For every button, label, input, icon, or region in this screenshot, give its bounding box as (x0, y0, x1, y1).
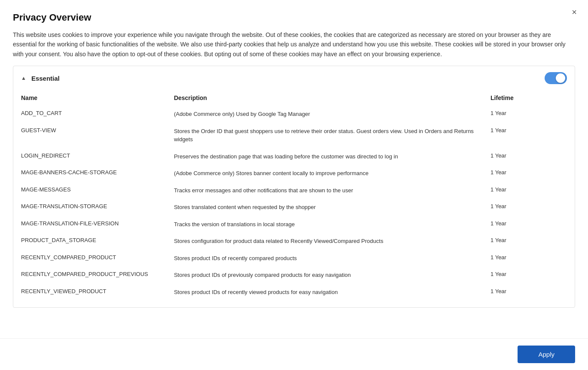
privacy-modal: × Privacy Overview This website uses coo… (0, 0, 588, 370)
cookie-name-cell: MAGE-TRANSLATION-STORAGE (21, 199, 174, 216)
col-header-description: Description (174, 90, 491, 106)
cookie-lifetime-cell: 1 Year (491, 123, 567, 148)
cookie-desc-cell: Tracks the version of translations in lo… (174, 216, 491, 233)
cookie-desc-cell: Stores translated content when requested… (174, 199, 491, 216)
chevron-up-icon: ▲ (21, 75, 26, 81)
modal-description: This website uses cookies to improve you… (13, 30, 575, 59)
cookie-name-cell: MAGE-TRANSLATION-FILE-VERSION (21, 216, 174, 233)
col-header-lifetime: Lifetime (491, 90, 567, 106)
cookie-desc-cell: Stores the Order ID that guest shoppers … (174, 123, 491, 148)
cookie-desc-cell: Stores product IDs of recently compared … (174, 250, 491, 267)
cookie-name-cell: LOGIN_REDIRECT (21, 148, 174, 165)
table-row: RECENTLY_VIEWED_PRODUCT Stores product I… (21, 284, 567, 301)
table-row: MAGE-TRANSLATION-STORAGE Stores translat… (21, 199, 567, 216)
cookie-desc-cell: (Adobe Commerce only) Used by Google Tag… (174, 106, 491, 123)
cookie-desc-cell: Stores product IDs of previously compare… (174, 267, 491, 284)
cookie-lifetime-cell: 1 Year (491, 182, 567, 199)
modal-body: ▲ Essential Name Description (0, 66, 588, 370)
table-row: MAGE-MESSAGES Tracks error messages and … (21, 182, 567, 199)
modal-overlay: × Privacy Overview This website uses coo… (0, 0, 588, 370)
col-header-name: Name (21, 90, 174, 106)
table-row: RECENTLY_COMPARED_PRODUCT Stores product… (21, 250, 567, 267)
cookie-desc-cell: (Adobe Commerce only) Stores banner cont… (174, 165, 491, 182)
cookie-desc-cell: Stores configuration for product data re… (174, 233, 491, 250)
modal-header: Privacy Overview This website uses cooki… (0, 0, 588, 66)
cookie-name-cell: MAGE-MESSAGES (21, 182, 174, 199)
table-row: LOGIN_REDIRECT Preserves the destination… (21, 148, 567, 165)
cookie-name-cell: RECENTLY_COMPARED_PRODUCT_PREVIOUS (21, 267, 174, 284)
cookie-name-cell: GUEST-VIEW (21, 123, 174, 148)
apply-button[interactable]: Apply (518, 346, 575, 363)
essential-section-title: Essential (31, 75, 60, 82)
essential-section: ▲ Essential Name Description (13, 66, 575, 308)
close-button[interactable]: × (568, 6, 580, 18)
section-header-left: ▲ Essential (21, 75, 60, 82)
essential-section-header[interactable]: ▲ Essential (13, 66, 575, 90)
table-row: MAGE-BANNERS-CACHE-STORAGE (Adobe Commer… (21, 165, 567, 182)
cookie-lifetime-cell: 1 Year (491, 284, 567, 301)
cookie-lifetime-cell: 1 Year (491, 148, 567, 165)
table-row: ADD_TO_CART (Adobe Commerce only) Used b… (21, 106, 567, 123)
table-row: PRODUCT_DATA_STORAGE Stores configuratio… (21, 233, 567, 250)
cookie-lifetime-cell: 1 Year (491, 106, 567, 123)
cookie-lifetime-cell: 1 Year (491, 267, 567, 284)
cookie-desc-cell: Tracks error messages and other notifica… (174, 182, 491, 199)
cookie-desc-cell: Preserves the destination page that was … (174, 148, 491, 165)
table-header-row: Name Description Lifetime (21, 90, 567, 106)
table-row: GUEST-VIEW Stores the Order ID that gues… (21, 123, 567, 148)
essential-cookie-table: Name Description Lifetime ADD_TO_CART (A… (13, 90, 575, 307)
modal-footer: Apply (0, 338, 588, 370)
cookie-name-cell: PRODUCT_DATA_STORAGE (21, 233, 174, 250)
cookie-name-cell: ADD_TO_CART (21, 106, 174, 123)
cookie-lifetime-cell: 1 Year (491, 250, 567, 267)
essential-toggle[interactable] (545, 72, 567, 84)
cookie-desc-cell: Stores product IDs of recently viewed pr… (174, 284, 491, 301)
cookie-lifetime-cell: 1 Year (491, 199, 567, 216)
table-row: MAGE-TRANSLATION-FILE-VERSION Tracks the… (21, 216, 567, 233)
essential-toggle-slider (545, 72, 567, 84)
cookie-name-cell: RECENTLY_COMPARED_PRODUCT (21, 250, 174, 267)
modal-title: Privacy Overview (13, 12, 575, 23)
cookie-lifetime-cell: 1 Year (491, 216, 567, 233)
cookie-lifetime-cell: 1 Year (491, 165, 567, 182)
cookie-lifetime-cell: 1 Year (491, 233, 567, 250)
cookie-name-cell: RECENTLY_VIEWED_PRODUCT (21, 284, 174, 301)
table-row: RECENTLY_COMPARED_PRODUCT_PREVIOUS Store… (21, 267, 567, 284)
cookie-name-cell: MAGE-BANNERS-CACHE-STORAGE (21, 165, 174, 182)
